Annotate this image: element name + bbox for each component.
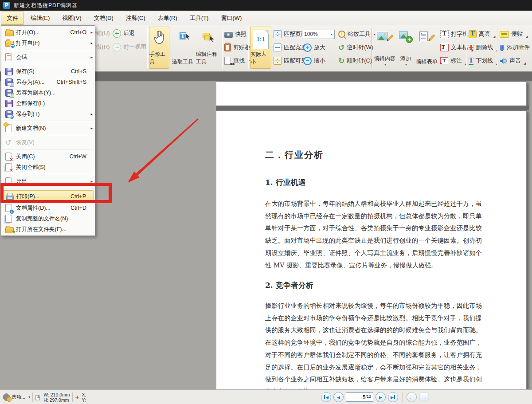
fit-width-button[interactable]: 匹配宽度 [274, 42, 307, 53]
snapshot-label: 快照 [235, 30, 246, 38]
zoom-in-button[interactable]: + 放大 [303, 42, 325, 53]
document-properties-icon: i [5, 204, 12, 212]
strikeout-button[interactable]: T 删除线◢ [469, 42, 498, 53]
previous-view-history-button[interactable]: ← [407, 392, 417, 402]
fit-visible-button[interactable]: 匹配可见 [274, 55, 307, 67]
menu-file[interactable]: 文件 [1, 12, 24, 25]
sticky-note-icon [500, 31, 509, 38]
menu-item-session[interactable]: 会话▸ [1, 52, 95, 63]
menu-item-document-properties[interactable]: i 文档属性(D)...Ctrl+D [1, 203, 95, 213]
submenu-arrow-icon: ▸ [88, 41, 93, 45]
edit-annotation-tool-button[interactable]: 编辑注释工具 [196, 27, 221, 69]
rotate-cw-button[interactable]: ↻ 顺时针(C) [338, 55, 372, 67]
menu-separator [2, 149, 94, 150]
save-to-icon [5, 110, 13, 118]
highlight-label: 高亮 [479, 30, 490, 38]
select-tool-icon: T [180, 32, 186, 39]
rotate-ccw-label: 逆时针(W) [347, 43, 373, 51]
options-button[interactable]: 选项... [12, 394, 25, 400]
pdf-page-current[interactable]: 二．行业分析 1. 行业机遇 在大的市场背景中，每年的结婚人群和高校毕业人群加起… [216, 110, 527, 389]
rotate-ccw-icon: ↺ [338, 44, 344, 51]
zoom-tool-button[interactable]: + 缩放工具▾ [338, 28, 376, 40]
next-page-button[interactable]: ▶ [376, 392, 386, 402]
first-page-button[interactable]: ◀ [321, 392, 331, 402]
back-label: 后退 [123, 29, 135, 37]
menu-item-save-all[interactable]: 全部保存(L) [1, 98, 95, 109]
sound-label: 声音 [509, 57, 521, 65]
highlight-button[interactable]: T 高亮◢ [469, 28, 495, 40]
cursor-x-label: X: [82, 392, 86, 397]
pdf-page-previous[interactable] [216, 82, 527, 106]
snapshot-icon [224, 32, 233, 38]
zoom-in-label: 放大 [314, 43, 325, 51]
actual-size-icon: 1:1 [253, 30, 269, 49]
snapshot-button[interactable]: 快照 [224, 28, 246, 40]
next-view-history-button[interactable]: → [419, 392, 429, 402]
strikeout-label: 删除线 [476, 43, 493, 51]
page-total-label: /12 [365, 394, 371, 399]
attachment-label: 添加附件 [507, 43, 530, 51]
actual-size-button[interactable]: 1:1 实际大小 [250, 27, 271, 69]
zoom-out-button[interactable]: − 缩小 [303, 55, 325, 67]
menu-item-open[interactable]: 打开(O)...Ctrl+O▸ [1, 27, 95, 38]
select-tool-label: 选取工具 [172, 58, 193, 66]
hand-tool-icon [153, 30, 166, 46]
submenu-arrow-icon: ▸ [88, 112, 93, 116]
underline-button[interactable]: T 下划线◢ [469, 55, 498, 67]
menu-form[interactable]: 表单(R) [152, 12, 183, 25]
edit-content-button[interactable]: 编辑内容 ▾ [373, 27, 397, 69]
menu-document[interactable]: 文档(D) [88, 12, 119, 25]
menu-item-open-from[interactable]: 打开自(F)▸ [1, 38, 95, 48]
sticky-note-button[interactable]: 便贴◢ [500, 28, 528, 40]
sound-button[interactable]: 声音◢ [500, 55, 526, 67]
document-subheading-1: 1. 行业机遇 [265, 177, 306, 188]
last-page-button[interactable]: ▶ [388, 392, 398, 402]
close-all-icon: × [5, 163, 12, 171]
previous-view-button[interactable]: → 前一视图 [113, 41, 146, 53]
typewriter-icon: T [440, 30, 449, 38]
previous-page-button[interactable]: ◀ [333, 392, 344, 402]
back-button[interactable]: ← 后退 [113, 27, 135, 39]
menu-tools[interactable]: 工具(T) [184, 12, 215, 25]
open-folder-icon [5, 30, 14, 36]
toolbar-separator [248, 28, 248, 68]
menu-item-copy-filename[interactable]: 复制完整的文件名(N) [1, 213, 95, 224]
menu-item-new-document[interactable]: 新建文档(N)▸ [1, 123, 95, 133]
menu-item-save-as-copy[interactable]: 另存为副本(Y)... [1, 87, 95, 98]
menu-item-save[interactable]: 保存(S)Ctrl+S [1, 66, 95, 77]
select-tool-button[interactable]: T 选取工具 [171, 27, 194, 69]
previous-view-label: 前一视图 [123, 43, 146, 51]
edit-content-icon [377, 31, 393, 42]
fit-visible-icon [274, 57, 282, 65]
highlight-icon: T [469, 30, 477, 38]
menu-separator [2, 50, 94, 51]
menu-item-close[interactable]: × 关闭(C)Ctrl+W [1, 151, 95, 162]
find-icon [224, 57, 231, 65]
menu-item-close-all[interactable]: × 关闭全部(S) [1, 162, 95, 173]
menu-item-save-as[interactable]: 另存为(A)...Ctrl+Shift+S [1, 77, 95, 87]
menu-item-open-containing-folder[interactable]: → 打开所在文件夹(F)... [1, 224, 95, 235]
zoom-level-dropdown[interactable]: 100%▾ [302, 28, 335, 40]
attachment-button[interactable]: 添加附件◢ [500, 42, 532, 53]
menu-window[interactable]: 窗口(W) [215, 12, 247, 25]
rotate-ccw-button[interactable]: ↺ 逆时针(W) [338, 42, 373, 53]
menu-item-revert[interactable]: ↺ 恢复(V) [1, 137, 95, 148]
hand-tool-button[interactable]: 手形工具 [149, 27, 169, 69]
add-button[interactable]: + 添加 ▾ [398, 27, 414, 69]
open-from-icon [5, 41, 14, 47]
submenu-arrow-icon: ▸ [88, 55, 93, 59]
menu-edit[interactable]: 编辑(E) [25, 12, 55, 25]
menu-item-save-to[interactable]: 保存到(T)▸ [1, 109, 95, 119]
menu-comment[interactable]: 注释(C) [120, 12, 151, 25]
find-label: 查找 [233, 57, 245, 65]
page-number-field: /12 [346, 392, 373, 402]
submenu-arrow-icon: ▸ [88, 30, 93, 35]
zoom-out-label: 缩小 [314, 57, 325, 65]
edit-form-button[interactable]: 编辑表单 [415, 27, 439, 69]
toolbar-separator [372, 28, 372, 68]
callout-button[interactable]: T 标注◢ [440, 55, 467, 67]
hand-tool-label: 手形工具 [149, 51, 169, 66]
menu-view[interactable]: 视图(V) [56, 12, 87, 25]
page-number-input[interactable] [352, 394, 365, 400]
find-button[interactable]: 查找▾ [224, 55, 250, 67]
